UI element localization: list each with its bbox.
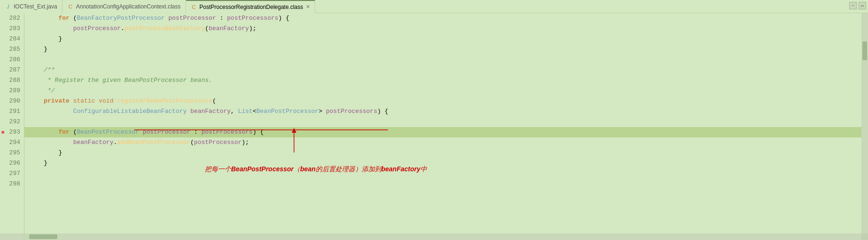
line-295: } [24,148,861,158]
ln-296: 296 [0,158,20,168]
line-291: ConfigurableListableBeanFactory beanFact… [24,106,861,117]
line-290: private static void registerBeanPostProc… [24,96,861,106]
ln-294: 294 [0,137,20,148]
tab-annotation-label: AnnotationConfigApplicationContext.class [76,3,181,10]
scrollbar-thumb-v[interactable] [862,41,867,60]
bottom-bar [0,233,868,240]
tab-close-button[interactable]: ✕ [306,4,310,10]
line-282: for (BeanFactoryPostProcessor postProces… [24,13,861,24]
tab-postprocessor[interactable]: C PostProcessorRegistrationDelegate.clas… [186,0,316,13]
ln-292: 292 [0,117,20,127]
ln-286: 286 [0,55,20,65]
ln-293: 293 [0,127,20,137]
tab-ioc[interactable]: J IOCTest_Ext.java [0,0,62,13]
ln-290: 290 [0,96,20,106]
code-area: 282 283 284 285 286 287 288 289 290 291 … [0,13,868,233]
line-287: /** [24,65,861,75]
editor-container: J IOCTest_Ext.java C AnnotationConfigApp… [0,0,868,240]
line-296: } [24,158,861,168]
line-293: for (BeanPostProcessor postProcessor : p… [24,127,861,137]
bottom-right-corner [861,233,868,240]
code-content[interactable]: for (BeanFactoryPostProcessor postProces… [24,13,861,233]
ln-289: 289 [0,86,20,96]
ln-291: 291 [0,106,20,117]
horizontal-scrollbar[interactable] [24,233,861,240]
annotation-svg: 把每一个BeanPostProcessor（bean的后置处理器）添加到bean… [233,171,562,223]
line-284: } [24,34,861,44]
minimize-button[interactable]: — [849,2,857,9]
vertical-scrollbar[interactable] [861,13,868,233]
line-298: 把每一个BeanPostProcessor（bean的后置处理器）添加到bean… [24,179,861,189]
ln-282: 282 [0,13,20,24]
ln-288: 288 [0,75,20,86]
ln-287: 287 [0,65,20,75]
ln-285: 285 [0,44,20,55]
line-285: } [24,44,861,55]
line-286 [24,55,861,65]
tab-ioc-label: IOCTest_Ext.java [14,3,57,10]
code-lines: for (BeanFactoryPostProcessor postProces… [24,13,861,189]
window-controls: — ▭ [849,2,866,9]
tab-annotation[interactable]: C AnnotationConfigApplicationContext.cla… [62,0,186,13]
ln-295: 295 [0,148,20,158]
line-numbers: 282 283 284 285 286 287 288 289 290 291 … [0,13,24,233]
line-288: * Register the given BeanPostProcessor b… [24,75,861,86]
scrollbar-thumb-h[interactable] [29,234,57,239]
line-297 [24,168,861,179]
java-icon: J [5,3,11,10]
tab-postprocessor-label: PostProcessorRegistrationDelegate.class [200,4,303,10]
ln-298: 298 [0,179,20,189]
class-icon-2: C [191,4,197,10]
line-294: beanFactory.addBeanPostProcessor(postPro… [24,137,861,148]
line-289: */ [24,86,861,96]
line-292 [24,117,861,127]
ln-297: 297 [0,168,20,179]
line-283: postProcessor.postProcessBeanFactory(bea… [24,24,861,34]
ln-284: 284 [0,34,20,44]
restore-button[interactable]: ▭ [859,2,866,9]
ln-283: 283 [0,24,20,34]
tab-bar: J IOCTest_Ext.java C AnnotationConfigApp… [0,0,868,13]
bottom-left-corner [0,233,24,240]
class-icon-1: C [67,3,74,10]
